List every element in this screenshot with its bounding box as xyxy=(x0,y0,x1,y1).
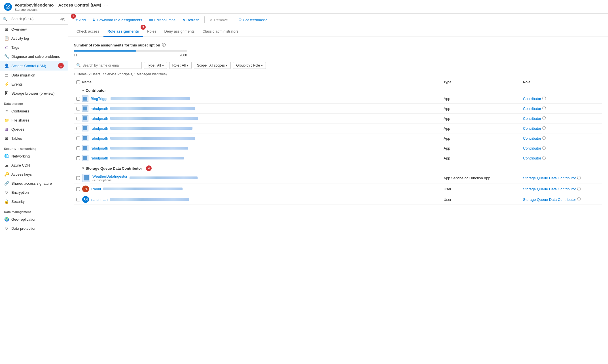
row-role[interactable]: Storage Queue Data Contributor ⓘ xyxy=(523,175,602,180)
type-filter[interactable]: Type : All ▾ xyxy=(144,62,167,69)
row-select-8[interactable] xyxy=(76,176,80,180)
sidebar-label-storage: Storage browser (preview) xyxy=(11,91,54,95)
row-select-3[interactable] xyxy=(76,117,80,120)
row-role[interactable]: Contributor ⓘ xyxy=(523,136,602,141)
search-box[interactable]: 🔍 xyxy=(74,62,142,69)
sidebar-label-overview: Overview xyxy=(11,27,27,31)
remove-button[interactable]: ✕ Remove xyxy=(207,16,230,24)
scope-filter[interactable]: Scope : All scopes ▾ xyxy=(194,62,231,69)
sidebar-item-overview[interactable]: ⊞ Overview xyxy=(0,25,68,34)
group-header-sqdc[interactable]: ▾ Storage Queue Data Contributor 4 xyxy=(74,163,602,172)
sidebar-item-data-migration[interactable]: 🗃 Data migration xyxy=(0,71,68,80)
role-info-icon: ⓘ xyxy=(577,175,581,180)
row-name-text[interactable]: rahulpnath xyxy=(91,126,108,131)
sidebar-item-queues[interactable]: ▦ Queues xyxy=(0,125,68,134)
sidebar-scroll: ⊞ Overview 📋 Activity log 🏷 Tags 🔧 Diagn… xyxy=(0,25,68,364)
blurred-detail xyxy=(110,198,189,201)
tab-classic-administrators[interactable]: Classic administrators xyxy=(198,26,242,37)
remove-icon: ✕ xyxy=(210,18,213,22)
row-name-cell: rahulpnath xyxy=(82,105,444,112)
sidebar-item-azure-cdn[interactable]: ☁ Azure CDN xyxy=(0,161,68,170)
refresh-button[interactable]: ↻ Refresh xyxy=(179,16,202,24)
tab-check-access[interactable]: Check access xyxy=(73,26,103,37)
sidebar-item-data-protection[interactable]: 🛡 Data protection xyxy=(0,224,68,233)
row-name-text[interactable]: rahul nath xyxy=(91,197,108,202)
sidebar-item-networking[interactable]: 🌐 Networking xyxy=(0,152,68,161)
select-all-checkbox[interactable] xyxy=(76,80,80,84)
row-select-6[interactable] xyxy=(76,146,80,150)
sidebar: 🔍 ≪ ⊞ Overview 📋 Activity log 🏷 Tags 🔧 D… xyxy=(0,14,68,364)
row-role[interactable]: Contributor ⓘ xyxy=(523,106,602,111)
row-name-text[interactable]: rahulpnath xyxy=(91,146,108,150)
row-name-text[interactable]: Rahul xyxy=(91,187,101,191)
edit-columns-button[interactable]: ≡≡ Edit columns xyxy=(146,16,178,24)
sidebar-search-input[interactable] xyxy=(9,16,58,22)
row-name-text[interactable]: WeatherDataIngestor xyxy=(92,174,127,178)
sidebar-item-storage-browser[interactable]: 🗄 Storage browser (preview) xyxy=(0,89,68,98)
sidebar-item-security[interactable]: 🔒 Security xyxy=(0,197,68,206)
more-icon[interactable]: ··· xyxy=(104,2,108,8)
row-select-10[interactable] xyxy=(76,198,80,201)
row-role[interactable]: Contributor ⓘ xyxy=(523,126,602,131)
sidebar-item-file-shares[interactable]: 📁 File shares xyxy=(0,116,68,125)
sidebar-item-activity-log[interactable]: 📋 Activity log xyxy=(0,34,68,43)
row-name-text[interactable]: BlogTrigge xyxy=(91,97,108,101)
sidebar-item-access-control[interactable]: 👤 Access Control (IAM) 1 xyxy=(0,61,68,71)
sidebar-item-diagnose[interactable]: 🔧 Diagnose and solve problems xyxy=(0,52,68,61)
group-header-contributor[interactable]: ▾ Contributor xyxy=(74,86,602,94)
row-role[interactable]: Contributor ⓘ xyxy=(523,156,602,161)
role-filter[interactable]: Role : All ▾ xyxy=(169,62,192,69)
feedback-button[interactable]: ♡ Got feedback? xyxy=(236,16,270,24)
sidebar-item-tags[interactable]: 🏷 Tags xyxy=(0,43,68,52)
row-name-text[interactable]: rahulpnath xyxy=(91,116,108,121)
sidebar-item-encryption[interactable]: 🛡 Encryption xyxy=(0,188,68,197)
row-select-5[interactable] xyxy=(76,137,80,140)
sidebar-item-tables[interactable]: ⊞ Tables xyxy=(0,134,68,143)
sidebar-item-events[interactable]: ⚡ Events xyxy=(0,80,68,89)
groupby-filter[interactable]: Group by : Role ▾ xyxy=(233,62,266,69)
account-name: youtubevideodemo xyxy=(15,3,54,7)
row-type: User xyxy=(444,187,523,191)
row-type: App xyxy=(444,97,523,101)
row-name-cell: rahulpnath xyxy=(82,145,444,151)
row-role[interactable]: Contributor ⓘ xyxy=(523,116,602,121)
sidebar-item-access-keys[interactable]: 🔑 Access keys xyxy=(0,170,68,179)
row-name-text[interactable]: rahulpnath xyxy=(91,156,108,160)
sidebar-item-shared-access[interactable]: 🔗 Shared access signature xyxy=(0,179,68,188)
queues-icon: ▦ xyxy=(4,127,9,132)
col-header-role: Role xyxy=(523,80,602,84)
collapse-sidebar-button[interactable]: ≪ xyxy=(60,16,65,22)
row-role[interactable]: Contributor ⓘ xyxy=(523,146,602,151)
table-row: rahulpnath App Contributor ⓘ xyxy=(74,133,602,143)
table-row: RA Rahul User Storage Queue Data Contrib… xyxy=(74,184,602,194)
row-select-2[interactable] xyxy=(76,107,80,110)
row-role[interactable]: Storage Queue Data Contributor ⓘ xyxy=(523,197,602,202)
download-button[interactable]: ⬇ Download role assignments xyxy=(90,16,145,24)
row-role[interactable]: Contributor ⓘ xyxy=(523,96,602,101)
add-button[interactable]: + Add 2 xyxy=(73,16,88,24)
quota-bar-fill xyxy=(74,50,136,52)
sidebar-item-containers[interactable]: ≡ Containers xyxy=(0,107,68,116)
cdn-icon: ☁ xyxy=(4,163,9,168)
blurred-detail xyxy=(110,127,192,130)
quota-info-icon[interactable]: ⓘ xyxy=(162,42,166,48)
blurred-detail xyxy=(110,117,198,120)
search-input[interactable] xyxy=(82,63,139,67)
row-select-7[interactable] xyxy=(76,156,80,160)
row-role[interactable]: Storage Queue Data Contributor ⓘ xyxy=(523,186,602,191)
row-checkbox xyxy=(74,127,82,130)
sidebar-label-access-keys: Access keys xyxy=(11,172,32,176)
row-type: App xyxy=(444,116,523,121)
row-name-text[interactable]: rahulpnath xyxy=(91,107,108,111)
sidebar-item-geo-replication[interactable]: 🌍 Geo-replication xyxy=(0,215,68,224)
table-row: rahulpnath App Contributor ⓘ xyxy=(74,104,602,114)
row-name-text[interactable]: rahulpnath xyxy=(91,136,108,141)
tab-role-assignments[interactable]: Role assignments 3 xyxy=(103,26,143,37)
row-select-4[interactable] xyxy=(76,127,80,130)
tab-deny-assignments[interactable]: Deny assignments xyxy=(160,26,198,37)
col-header-name: Name xyxy=(82,80,444,84)
row-select-1[interactable] xyxy=(76,97,80,101)
role-info-icon: ⓘ xyxy=(542,96,546,101)
data-management-section: Data management xyxy=(0,207,68,215)
row-select-9[interactable] xyxy=(76,187,80,191)
